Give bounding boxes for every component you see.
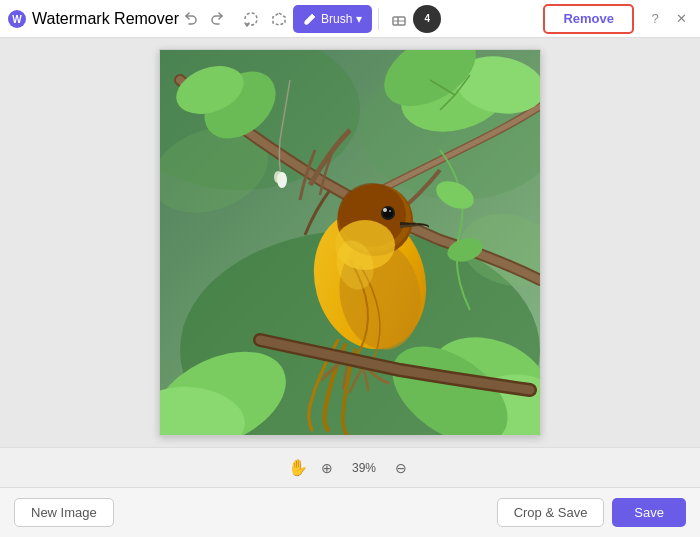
zoom-in-button[interactable]: ⊕: [316, 457, 338, 479]
window-controls: ? ✕: [644, 8, 692, 30]
remove-button[interactable]: Remove: [543, 4, 634, 34]
help-button[interactable]: ?: [644, 8, 666, 30]
brush-size-indicator[interactable]: 4: [413, 5, 441, 33]
save-button[interactable]: Save: [612, 498, 686, 527]
app-logo: W: [8, 10, 26, 28]
zoom-out-button[interactable]: ⊖: [390, 457, 412, 479]
brush-dropdown-icon: ▾: [356, 12, 362, 26]
zoom-bar: ✋ ⊕ 39% ⊖: [0, 447, 700, 487]
new-image-button[interactable]: New Image: [14, 498, 114, 527]
hand-tool-icon[interactable]: ✋: [288, 458, 308, 477]
svg-point-35: [274, 171, 282, 183]
title-bar: W Watermark Remover: [0, 0, 700, 38]
nav-buttons: [179, 7, 229, 31]
crop-save-button[interactable]: Crop & Save: [497, 498, 605, 527]
toolbar-separator-2: [378, 8, 379, 30]
undo-button[interactable]: [179, 7, 203, 31]
svg-point-32: [389, 210, 391, 212]
bird-image: [160, 50, 540, 435]
lasso-tool-button[interactable]: [237, 5, 265, 33]
zoom-level: 39%: [346, 461, 382, 475]
svg-text:W: W: [12, 14, 22, 25]
svg-point-31: [383, 208, 387, 212]
app-title: Watermark Remover: [32, 10, 179, 28]
brush-label: Brush: [321, 12, 352, 26]
main-content: [0, 38, 700, 447]
right-buttons: Crop & Save Save: [497, 498, 686, 527]
redo-button[interactable]: [205, 7, 229, 31]
brush-button[interactable]: Brush ▾: [293, 5, 372, 33]
footer-bar: New Image Crop & Save Save: [0, 487, 700, 537]
image-container: [159, 49, 541, 436]
brush-size-value: 4: [425, 13, 431, 24]
polygon-tool-button[interactable]: [265, 5, 293, 33]
close-button[interactable]: ✕: [670, 8, 692, 30]
eraser-tool-button[interactable]: [385, 5, 413, 33]
